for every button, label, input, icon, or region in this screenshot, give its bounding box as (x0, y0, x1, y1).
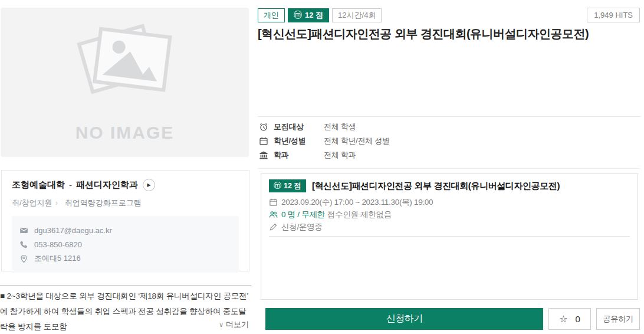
circled-m-icon: ⓜ (274, 181, 281, 191)
program-detail-page: NO IMAGE 조형예술대학 - 패션디자인학과 ▶ 취/창업지원 › 취업역… (0, 0, 644, 334)
calendar-icon (259, 136, 268, 146)
contact-box: dgu3617@daegu.ac.kr 053-850-6820 조예대5 12… (12, 216, 239, 273)
contact-email-row: dgu3617@daegu.ac.kr (19, 223, 231, 237)
department-name: 패션디자인학과 (76, 179, 138, 191)
badge-points: ⓜ 12 점 (288, 8, 329, 22)
session-applicants-note: 접수인원 제한없음 (327, 209, 392, 220)
pen-icon (269, 222, 278, 231)
chevron-right-icon: › (55, 199, 58, 207)
detail-value: 전체 학과 (324, 150, 356, 161)
favorite-button[interactable]: ☆ 0 (548, 308, 591, 330)
show-more-label: 더보기 (226, 320, 249, 329)
share-button[interactable]: 공유하기 (596, 308, 640, 330)
play-icon: ▶ (147, 183, 150, 188)
favorite-count: 0 (576, 314, 580, 324)
session-status: 신청/운영중 (281, 222, 322, 233)
session-title: [혁신선도]패션디자인전공 외부 경진대회(유니버설디자인공모전) (312, 181, 560, 192)
alarm-clock-icon (259, 122, 268, 132)
expand-play-button[interactable]: ▶ (143, 179, 155, 191)
session-status-row: 신청/운영중 (269, 221, 630, 233)
session-applicants-count: 0 명 / 무제한 (281, 209, 325, 220)
detail-value: 전체 학년/전체 성별 (324, 136, 390, 146)
action-bar: 신청하기 ☆ 0 공유하기 (265, 308, 640, 330)
badge-hours: 12시간/4회 (332, 8, 382, 22)
hits-badge: 1,949 HITS (587, 8, 640, 22)
breadcrumb-category[interactable]: 취/창업지원 (12, 198, 52, 208)
contact-email: dgu3617@daegu.ac.kr (34, 226, 112, 235)
session-applicants-row: 0 명 / 무제한 접수인원 제한없음 (269, 209, 630, 220)
session-card-body (261, 241, 638, 306)
detail-label: 모집대상 (274, 122, 324, 132)
calendar-icon (269, 198, 278, 207)
badge-row: 개인 ⓜ 12 점 12시간/4회 1,949 HITS (258, 8, 640, 22)
department-card: 조형예술대학 - 패션디자인학과 ▶ 취/창업지원 › 취업역량강화프로그램 d… (1, 170, 249, 271)
page-title: [혁신선도]패션디자인전공 외부 경진대회(유니버설디자인공모전) (258, 26, 640, 42)
session-points-label: 12 점 (284, 181, 301, 191)
program-session-card: ⓜ 12 점 [혁신선도]패션디자인전공 외부 경진대회(유니버설디자인공모전)… (261, 173, 638, 300)
details-list: 모집대상 전체 학생 학년/성별 전체 학년/전체 성별 학과 전체 학과 (259, 120, 640, 162)
department-title: 조형예술대학 - 패션디자인학과 ▶ (12, 179, 239, 191)
contact-phone: 053-850-6820 (34, 240, 82, 249)
contact-phone-row: 053-850-6820 (19, 237, 231, 251)
session-summary: ⓜ 12 점 [혁신선도]패션디자인전공 외부 경진대회(유니버설디자인공모전)… (261, 174, 638, 241)
chevron-down-icon: ∨ (219, 321, 224, 328)
detail-value: 전체 학생 (324, 122, 356, 132)
description-divider (0, 285, 251, 286)
map-pin-icon (19, 254, 28, 263)
no-image-label: NO IMAGE (75, 123, 175, 143)
detail-label: 학년/성별 (274, 136, 324, 146)
contact-location: 조예대5 1216 (34, 253, 81, 264)
apply-button[interactable]: 신청하기 (265, 308, 543, 330)
image-placeholder-icon (63, 22, 187, 99)
dash-separator: - (69, 180, 72, 190)
envelope-icon (19, 226, 28, 235)
no-image-placeholder: NO IMAGE (1, 8, 249, 157)
contact-location-row: 조예대5 1216 (19, 251, 231, 266)
details-divider-top (258, 116, 640, 117)
people-icon (269, 210, 278, 219)
detail-row-target: 모집대상 전체 학생 (259, 120, 640, 134)
star-icon: ☆ (559, 313, 567, 325)
session-period-row: 2023.09.20(수) 17:00 ~ 2023.11.30(목) 19:0… (269, 197, 630, 208)
session-points-badge: ⓜ 12 점 (269, 179, 306, 192)
badge-points-label: 12 점 (305, 10, 323, 21)
show-more-link[interactable]: ∨더보기 (0, 319, 249, 330)
detail-row-grade-gender: 학년/성별 전체 학년/전체 성별 (259, 134, 640, 148)
breadcrumb: 취/창업지원 › 취업역량강화프로그램 (12, 198, 239, 208)
session-period: 2023.09.20(수) 17:00 ~ 2023.11.30(목) 19:0… (281, 197, 433, 208)
detail-row-department: 학과 전체 학과 (259, 148, 640, 162)
session-title-row: ⓜ 12 점 [혁신선도]패션디자인전공 외부 경진대회(유니버설디자인공모전) (269, 179, 630, 192)
breadcrumb-program-type: 취업역량강화프로그램 (65, 198, 142, 208)
bank-icon (259, 150, 268, 160)
circled-m-icon: ⓜ (294, 10, 302, 21)
college-name: 조형예술대학 (12, 179, 65, 191)
session-card-divider (269, 236, 630, 237)
phone-icon (19, 240, 28, 249)
details-divider-bottom (258, 168, 640, 169)
detail-label: 학과 (274, 150, 324, 161)
badge-personal: 개인 (258, 8, 285, 22)
